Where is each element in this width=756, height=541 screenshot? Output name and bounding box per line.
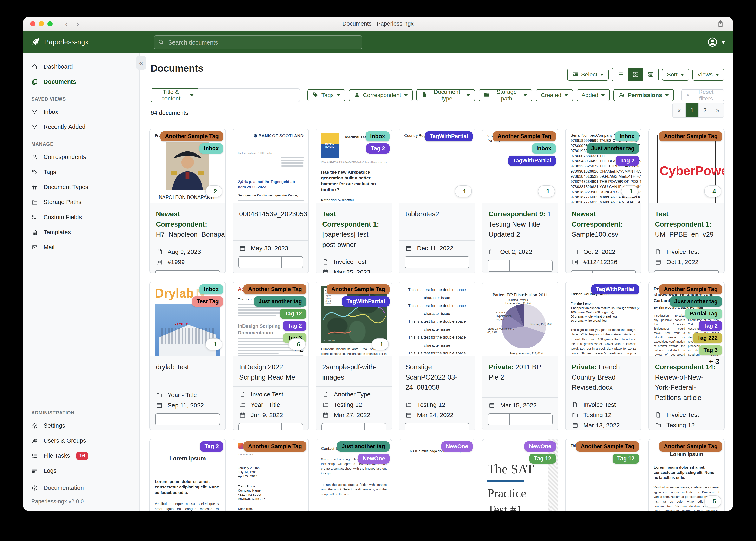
- document-correspondent[interactable]: Test Correspondent 1:: [655, 210, 712, 228]
- comment-count-badge[interactable]: 1: [372, 338, 389, 350]
- document-card[interactable]: The SATPracticeTest #1Make time to take …: [482, 439, 558, 511]
- edit-button[interactable]: [654, 270, 676, 273]
- document-title-link[interactable]: 2sample-pdf-with-images: [316, 356, 392, 386]
- pagination-prev[interactable]: «: [673, 103, 685, 117]
- edit-button[interactable]: [488, 260, 510, 272]
- user-menu[interactable]: [707, 37, 725, 48]
- preview-button[interactable]: [177, 413, 198, 425]
- tag-chip[interactable]: NewOne: [358, 454, 390, 464]
- pagination-next[interactable]: »: [711, 103, 724, 117]
- edit-button[interactable]: [571, 270, 593, 273]
- preview-button[interactable]: [510, 413, 531, 425]
- tag-chip[interactable]: Another Sample Tag: [576, 441, 639, 451]
- sidebar-collapse-button[interactable]: «: [136, 56, 146, 70]
- filter-added-button[interactable]: Added: [577, 89, 610, 101]
- download-button[interactable]: [697, 270, 719, 273]
- document-card[interactable]: Serial Number,Company Name,Employe978818…: [565, 129, 641, 273]
- sidebar-item-documentation[interactable]: Documentation: [23, 480, 139, 495]
- sort-dropdown-button[interactable]: Sort: [662, 69, 689, 81]
- tag-chip[interactable]: Another Sample Tag: [659, 131, 722, 142]
- tag-chip[interactable]: Tag 2: [616, 156, 639, 166]
- sidebar-item-recently-added[interactable]: Recently Added: [23, 119, 139, 135]
- document-correspondent[interactable]: Test Correspondent 1:: [322, 210, 379, 228]
- tag-chip[interactable]: Tag 2: [366, 144, 390, 154]
- edit-button[interactable]: [488, 413, 510, 425]
- document-card[interactable]: MEDICAL TEACHER Medical Teacher ISSN: 01…: [316, 129, 392, 273]
- filter-permissions-button[interactable]: Permissions: [613, 89, 674, 101]
- tag-chip[interactable]: NewOne: [441, 441, 473, 451]
- comment-count-badge[interactable]: 1: [205, 338, 222, 350]
- tag-chip[interactable]: TagWithPartial: [508, 156, 556, 166]
- download-button[interactable]: [282, 256, 303, 268]
- document-title-link[interactable]: Correspondent 9: 1 Testing New Title Upd…: [482, 204, 558, 244]
- document-title-link[interactable]: Test Correspondent 1: UM_PPBE_en_v29: [649, 204, 724, 244]
- edit-button[interactable]: [321, 423, 343, 430]
- document-title-link[interactable]: Newest Correspondent: Sample100.csv: [566, 204, 641, 244]
- download-button[interactable]: [282, 423, 303, 430]
- tag-chip[interactable]: Another Sample Tag: [659, 441, 722, 451]
- document-card[interactable]: Test Name123-456-789January 2, 2022July …: [233, 439, 309, 511]
- sidebar-item-custom-fields[interactable]: Custom Fields: [23, 210, 139, 225]
- edit-button[interactable]: [405, 256, 426, 268]
- document-card[interactable]: Francja pod r NAPOLEON BONAPARTEDojscie …: [149, 129, 226, 273]
- sidebar-item-tags[interactable]: Tags: [23, 165, 139, 180]
- filter-tags-button[interactable]: Tags: [307, 89, 345, 101]
- document-card[interactable]: This is a test Another Sample TagTag 12: [565, 439, 641, 511]
- sidebar-item-mail[interactable]: Mail: [23, 240, 139, 255]
- tag-chip[interactable]: Partial Tag: [685, 308, 722, 319]
- tag-chip[interactable]: Another Sample Tag: [243, 284, 306, 294]
- document-title-link[interactable]: Newest Correspondent: H7_Napoleon_Bonapa…: [150, 204, 225, 244]
- tag-chip[interactable]: Another Sample Tag: [493, 131, 556, 142]
- comment-count-badge[interactable]: 1: [455, 185, 472, 197]
- preview-button[interactable]: [260, 423, 282, 430]
- document-card[interactable]: Contact Sheet DemoGiven a set of image f…: [316, 439, 392, 511]
- sidebar-item-documents[interactable]: Documents: [23, 74, 139, 89]
- document-title-link[interactable]: Sonstige ScanPC2022 03-24_081058: [399, 356, 475, 397]
- edit-button[interactable]: [238, 423, 260, 430]
- detail-view-button[interactable]: [643, 68, 658, 81]
- document-card[interactable]: Drylab N NETFLIXWelcome to our first new…: [149, 282, 226, 430]
- preview-button[interactable]: [510, 260, 531, 272]
- pagination-page-2[interactable]: 2: [698, 103, 711, 117]
- tag-chip[interactable]: Inbox: [532, 144, 556, 154]
- tag-chip[interactable]: Another Sample Tag: [327, 284, 390, 294]
- download-button[interactable]: [365, 423, 386, 430]
- sidebar-item-document-types[interactable]: Document Types: [23, 180, 139, 195]
- download-button[interactable]: [198, 413, 220, 425]
- document-title-link[interactable]: 0004814539_20230531: [233, 204, 308, 240]
- preview-button[interactable]: [426, 423, 448, 430]
- tag-chip[interactable]: Tag 2: [283, 321, 306, 331]
- download-button[interactable]: [614, 270, 636, 273]
- list-view-button[interactable]: [612, 68, 628, 81]
- comment-count-badge[interactable]: 5: [704, 495, 721, 507]
- edit-button[interactable]: [155, 270, 177, 273]
- sidebar-item-users-groups[interactable]: Users & Groups: [23, 433, 139, 448]
- filter-text-input[interactable]: [198, 89, 300, 102]
- tag-chip[interactable]: TagWithPartial: [591, 284, 639, 294]
- tag-chip[interactable]: Inbox: [199, 144, 223, 154]
- comment-count-badge[interactable]: 4: [704, 185, 721, 197]
- comment-count-badge[interactable]: 1: [621, 185, 638, 197]
- document-card[interactable]: ❆ BANK OF SCOTLANDBank of Scotland • 100…: [233, 129, 309, 273]
- sidebar-item-logs[interactable]: Logs: [23, 463, 139, 478]
- reset-filters-button[interactable]: × Reset filters: [681, 89, 724, 101]
- tag-chip[interactable]: Tag 3: [699, 345, 722, 355]
- tag-chip[interactable]: Tag 12: [613, 454, 639, 464]
- tag-chip[interactable]: Just another tag: [254, 296, 306, 306]
- document-title-link[interactable]: InDesign 2022 Scripting Read Me: [233, 356, 308, 386]
- app-brand[interactable]: Paperless-ngx: [31, 37, 89, 47]
- document-title-link[interactable]: Test Correspondent 1: [paperless] test p…: [316, 204, 392, 254]
- tag-chip[interactable]: Another Sample Tag: [160, 131, 223, 142]
- preview-button[interactable]: [177, 270, 198, 273]
- edit-button[interactable]: [405, 423, 426, 430]
- preview-button[interactable]: [676, 270, 697, 273]
- sidebar-item-inbox[interactable]: Inbox: [23, 104, 139, 119]
- edit-button[interactable]: [155, 413, 177, 425]
- sidebar-item-file-tasks[interactable]: File Tasks16: [23, 448, 139, 463]
- download-button[interactable]: [198, 270, 220, 273]
- comment-count-badge[interactable]: 2: [205, 185, 222, 197]
- tag-chip[interactable]: Just another tag: [587, 144, 639, 154]
- tag-chip[interactable]: Test Tag: [192, 296, 223, 306]
- download-button[interactable]: [448, 423, 469, 430]
- download-button[interactable]: [448, 256, 469, 268]
